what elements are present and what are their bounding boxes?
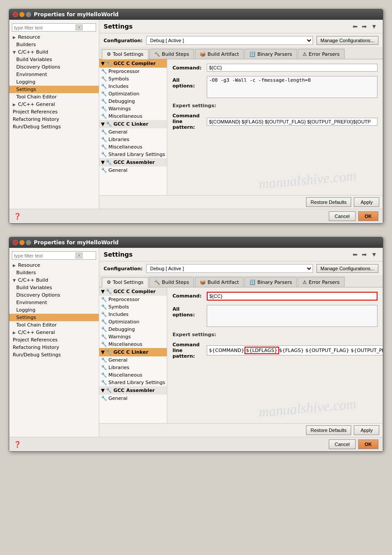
linker-misc-1[interactable]: 🔧 Miscellaneous <box>99 143 167 151</box>
linker-libraries-1[interactable]: 🔧 Libraries <box>99 136 167 143</box>
compiler-warnings-2[interactable]: 🔧 Warnings <box>99 333 167 341</box>
config-select-2[interactable]: Debug [ Active ] <box>146 264 313 273</box>
compiler-debugging-2[interactable]: 🔧 Debugging <box>99 326 167 333</box>
apply-btn-2[interactable]: Apply <box>354 425 379 435</box>
tree-resource-2[interactable]: ▶ Resource <box>9 261 99 269</box>
tree-builders-2[interactable]: Builders <box>9 269 99 276</box>
tree-refactoring-2[interactable]: Refactoring History <box>9 344 99 351</box>
ok-btn-1[interactable]: OK <box>358 211 379 221</box>
tree-logging-1[interactable]: Logging <box>9 78 99 86</box>
tree-builders-1[interactable]: Builders <box>9 41 99 48</box>
compiler-includes-2[interactable]: 🔧 Includes <box>99 311 167 318</box>
tree-toolchain-1[interactable]: Tool Chain Editor <box>9 93 99 101</box>
restore-defaults-btn-2[interactable]: Restore Defaults <box>306 425 352 435</box>
tree-discovery-1[interactable]: Discovery Options <box>9 63 99 71</box>
tree-toolchain-2[interactable]: Tool Chain Editor <box>9 321 99 329</box>
tree-build-vars-2[interactable]: Build Variables <box>9 284 99 291</box>
ok-btn-2[interactable]: OK <box>358 439 379 449</box>
gcc-assembler-item-1[interactable]: ▼ 🔧 GCC Assembler <box>99 158 167 167</box>
restore-defaults-btn-1[interactable]: Restore Defaults <box>306 197 352 207</box>
linker-libraries-2[interactable]: 🔧 Libraries <box>99 364 167 371</box>
minimize-button-1[interactable] <box>19 12 25 17</box>
tab-build-steps-2[interactable]: 🔨 Build Steps <box>149 277 194 287</box>
compiler-optimization-1[interactable]: 🔧 Optimization <box>99 90 167 98</box>
tree-cpp-build-2[interactable]: ▼ C/C++ Build <box>9 276 99 284</box>
tree-cpp-build-1[interactable]: ▼ C/C++ Build <box>9 48 99 56</box>
tab-binary-parsers-2[interactable]: 🔢 Binary Parsers <box>245 277 297 287</box>
assembler-general-2[interactable]: 🔧 General <box>99 395 167 402</box>
compiler-debugging-1[interactable]: 🔧 Debugging <box>99 98 167 105</box>
all-options-textarea-2[interactable] <box>207 305 378 327</box>
tab-build-steps-1[interactable]: 🔨 Build Steps <box>149 49 194 59</box>
manage-config-btn-2[interactable]: Manage Configurations... <box>316 264 378 273</box>
gcc-compiler-item-1[interactable]: ▼ 🔧 GCC C Compiler <box>99 59 167 68</box>
tree-build-vars-1[interactable]: Build Variables <box>9 56 99 63</box>
tree-resource-1[interactable]: ▶ Resource <box>9 33 99 41</box>
gcc-linker-item-2[interactable]: ▼ 🔧 GCC C Linker <box>99 348 167 356</box>
toolbar-btn-4[interactable]: ⬅ <box>351 250 359 258</box>
tree-cpp-general-2[interactable]: ▶ C/C++ General <box>9 329 99 336</box>
compiler-preprocessor-2[interactable]: 🔧 Preprocessor <box>99 296 167 303</box>
close-button-1[interactable] <box>13 12 18 17</box>
linker-general-2[interactable]: 🔧 General <box>99 356 167 364</box>
tree-settings-2[interactable]: Settings <box>9 314 99 321</box>
close-button-2[interactable] <box>13 240 18 245</box>
tree-settings-1[interactable]: Settings <box>9 86 99 93</box>
tab-binary-parsers-1[interactable]: 🔢 Binary Parsers <box>245 49 297 59</box>
filter-bar-2[interactable]: ✕ <box>12 251 96 260</box>
gcc-assembler-item-2[interactable]: ▼ 🔧 GCC Assembler <box>99 386 167 395</box>
gcc-compiler-item-2[interactable]: ▼ 🔧 GCC C Compiler <box>99 287 167 296</box>
help-icon-2[interactable]: ❓ <box>14 441 21 448</box>
linker-misc-2[interactable]: 🔧 Miscellaneous <box>99 371 167 379</box>
linker-shared-2[interactable]: 🔧 Shared Library Settings <box>99 379 167 386</box>
tree-run-debug-1[interactable]: Run/Debug Settings <box>9 123 99 131</box>
compiler-warnings-1[interactable]: 🔧 Warnings <box>99 105 167 112</box>
maximize-button-2[interactable] <box>26 240 31 245</box>
toolbar-btn-3[interactable]: ▼ <box>370 22 378 30</box>
linker-general-1[interactable]: 🔧 General <box>99 128 167 136</box>
tree-run-debug-2[interactable]: Run/Debug Settings <box>9 351 99 359</box>
filter-input-2[interactable] <box>14 253 76 258</box>
filter-clear-1[interactable]: ✕ <box>76 25 83 30</box>
filter-clear-2[interactable]: ✕ <box>76 253 83 258</box>
tree-discovery-2[interactable]: Discovery Options <box>9 291 99 299</box>
minimize-button-2[interactable] <box>19 240 25 245</box>
command-input-2[interactable] <box>207 292 378 301</box>
manage-config-btn-1[interactable]: Manage Configurations... <box>316 36 378 45</box>
tab-error-parsers-2[interactable]: ⚠ Error Parsers <box>298 277 344 287</box>
filter-bar-1[interactable]: ✕ <box>12 23 96 32</box>
toolbar-btn-6[interactable]: ▼ <box>370 250 378 258</box>
tree-refactoring-1[interactable]: Refactoring History <box>9 116 99 123</box>
tree-environment-1[interactable]: Environment <box>9 71 99 78</box>
apply-btn-1[interactable]: Apply <box>354 197 379 207</box>
cmd-line-input-1[interactable] <box>207 118 378 126</box>
toolbar-btn-1[interactable]: ⬅ <box>351 22 359 30</box>
compiler-symbols-1[interactable]: 🔧 Symbols <box>99 75 167 83</box>
tree-proj-ref-2[interactable]: Project References <box>9 336 99 344</box>
cancel-btn-1[interactable]: Cancel <box>329 211 355 221</box>
tab-build-artifact-1[interactable]: 📦 Build Artifact <box>195 49 244 59</box>
toolbar-btn-2[interactable]: ➡ <box>360 22 368 30</box>
cancel-btn-2[interactable]: Cancel <box>329 439 355 449</box>
tab-tool-settings-2[interactable]: ⚙ Tool Settings <box>102 277 148 287</box>
tab-error-parsers-1[interactable]: ⚠ Error Parsers <box>298 49 344 59</box>
compiler-includes-1[interactable]: 🔧 Includes <box>99 83 167 90</box>
linker-shared-1[interactable]: 🔧 Shared Library Settings <box>99 151 167 158</box>
command-input-1[interactable] <box>207 64 378 72</box>
config-select-1[interactable]: Debug [ Active ] <box>146 36 313 45</box>
compiler-misc-2[interactable]: 🔧 Miscellaneous <box>99 341 167 348</box>
help-icon-1[interactable]: ❓ <box>14 213 21 220</box>
gcc-linker-item-1[interactable]: ▼ 🔧 GCC C Linker <box>99 120 167 128</box>
maximize-button-1[interactable] <box>26 12 31 17</box>
compiler-misc-1[interactable]: 🔧 Miscellaneous <box>99 112 167 120</box>
assembler-general-1[interactable]: 🔧 General <box>99 167 167 174</box>
all-options-textarea-1[interactable]: -O0 -g3 -Wall -c -fmessage-length=0 <box>207 76 378 98</box>
compiler-optimization-2[interactable]: 🔧 Optimization <box>99 318 167 326</box>
compiler-symbols-2[interactable]: 🔧 Symbols <box>99 303 167 311</box>
tree-cpp-general-1[interactable]: ▶ C/C++ General <box>9 101 99 108</box>
tree-proj-ref-1[interactable]: Project References <box>9 108 99 116</box>
tab-build-artifact-2[interactable]: 📦 Build Artifact <box>195 277 244 287</box>
tree-logging-2[interactable]: Logging <box>9 306 99 314</box>
tab-tool-settings-1[interactable]: ⚙ Tool Settings <box>102 49 148 59</box>
compiler-preprocessor-1[interactable]: 🔧 Preprocessor <box>99 68 167 75</box>
